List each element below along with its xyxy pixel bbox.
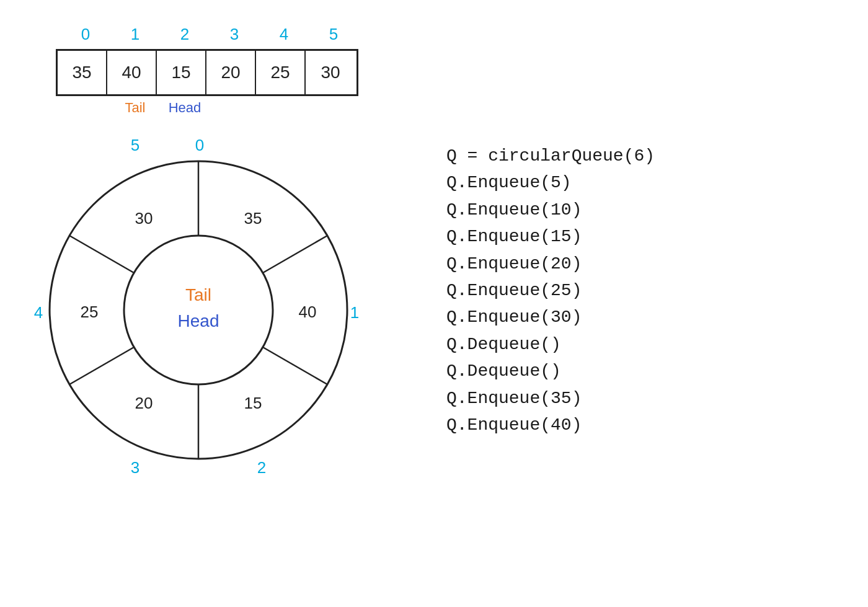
segment-value-0: 35 [244, 209, 262, 228]
array-index-4: 4 [259, 25, 309, 44]
right-panel: Q = circularQueue(6) Q.Enqueue(5) Q.Enqu… [446, 143, 849, 438]
segment-value-1: 40 [299, 303, 317, 321]
code-line-10: Q.Enqueue(40) [446, 412, 849, 438]
segment-value-3: 20 [135, 394, 153, 412]
code-line-4: Q.Enqueue(20) [446, 250, 849, 277]
array-cell-0: 35 [58, 51, 107, 94]
center-head-label: Head [178, 311, 219, 330]
left-panel: 0 1 2 3 4 5 35 40 15 20 25 30 Tail Head [0, 0, 465, 607]
array-section: 0 1 2 3 4 5 35 40 15 20 25 30 Tail Head [56, 25, 358, 116]
svg-point-1 [124, 236, 273, 384]
array-index-0: 0 [61, 25, 110, 44]
segment-value-4: 25 [81, 303, 99, 321]
array-index-5: 5 [309, 25, 358, 44]
svg-text:3: 3 [131, 458, 140, 477]
code-line-9: Q.Enqueue(35) [446, 385, 849, 412]
head-label: Head [160, 100, 210, 116]
circular-section: 35 40 15 20 25 30 [25, 136, 372, 487]
array-labels: Tail Head [61, 100, 358, 116]
array-index-3: 3 [210, 25, 259, 44]
code-line-8: Q.Dequeue() [446, 358, 849, 384]
circular-svg: 35 40 15 20 25 30 [25, 136, 372, 484]
segment-value-5: 30 [135, 209, 153, 228]
code-line-6: Q.Enqueue(30) [446, 304, 849, 330]
array-cell-3: 20 [206, 51, 256, 94]
array-cell-5: 30 [306, 51, 355, 94]
segment-value-2: 15 [244, 394, 262, 412]
tail-label: Tail [110, 100, 160, 116]
svg-text:2: 2 [257, 458, 266, 477]
main-container: 0 1 2 3 4 5 35 40 15 20 25 30 Tail Head [0, 0, 868, 607]
array-indices: 0 1 2 3 4 5 [61, 25, 358, 44]
svg-text:4: 4 [34, 303, 43, 322]
code-line-2: Q.Enqueue(10) [446, 197, 849, 223]
array-cell-2: 15 [157, 51, 206, 94]
array-cell-1: 40 [107, 51, 157, 94]
array-index-2: 2 [160, 25, 210, 44]
svg-text:5: 5 [131, 136, 140, 154]
code-line-7: Q.Dequeue() [446, 331, 849, 358]
code-block: Q = circularQueue(6) Q.Enqueue(5) Q.Enqu… [446, 143, 849, 438]
center-tail-label: Tail [185, 285, 211, 304]
code-line-0: Q = circularQueue(6) [446, 143, 849, 169]
svg-text:1: 1 [350, 303, 359, 322]
code-line-5: Q.Enqueue(25) [446, 277, 849, 304]
code-line-3: Q.Enqueue(15) [446, 223, 849, 250]
array-cells: 35 40 15 20 25 30 [56, 49, 358, 96]
array-index-1: 1 [110, 25, 160, 44]
code-line-1: Q.Enqueue(5) [446, 169, 849, 196]
array-cell-4: 25 [256, 51, 306, 94]
svg-text:0: 0 [195, 136, 204, 154]
